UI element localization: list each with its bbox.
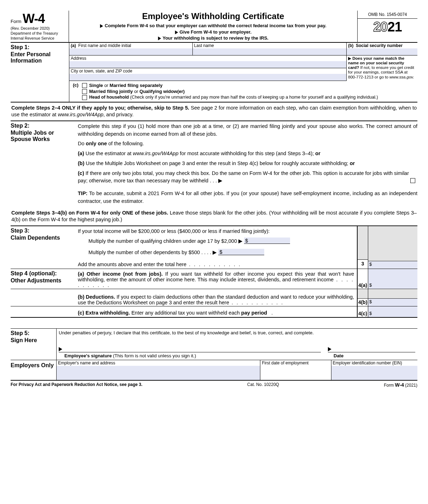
subtitle-2: Give Form W-4 to your employer. [180, 29, 251, 35]
employer-name-input[interactable] [57, 366, 260, 380]
signature-label: Employee's signature (This form is not v… [59, 352, 321, 358]
step1-sub: Enter Personal Information [11, 51, 67, 64]
employers-content: Employer's name and address First date o… [57, 360, 417, 380]
last-name-label: Last name [193, 43, 346, 48]
step-2-label: Step 2: Multiple Jobs or Spouse Works [11, 121, 78, 207]
dept-line-2: Internal Revenue Service [11, 36, 67, 40]
employers-label: Employers Only [11, 360, 57, 380]
step1-title: Step 1: [11, 44, 67, 51]
employer-name-label: Employer's name and address [57, 360, 260, 366]
children-amount-input[interactable] [244, 238, 290, 244]
first-name-label: First name and middle initial [78, 43, 131, 48]
step2-option-a: (a) Use the estimator at www.irs.gov/W4A… [78, 150, 417, 158]
instructions-2-4: Complete Steps 2–4 ONLY if they apply to… [11, 102, 417, 121]
two-jobs-checkbox[interactable] [410, 178, 415, 183]
step-2-content: Complete this step if you (1) hold more … [78, 121, 417, 207]
step4c-input[interactable]: $ [368, 306, 417, 317]
step-3-content: If your total income will be $200,000 or… [78, 226, 357, 269]
step5-sub: Sign Here [11, 337, 54, 344]
step4b-text: (b) Deductions. If you expect to claim d… [78, 289, 357, 306]
employers-row: Employers Only Employer's name and addre… [11, 360, 417, 381]
step-1-row: Step 1: Enter Personal Information (a) F… [11, 43, 417, 102]
step3-sub: Claim Dependents [11, 235, 76, 241]
step-4a-row: Step 4 (optional): Other Adjustments (a)… [11, 269, 417, 289]
step-3-label: Step 3: Claim Dependents [11, 226, 78, 269]
ein-input[interactable] [331, 366, 417, 380]
date-input[interactable] [328, 338, 415, 352]
first-name-input[interactable] [69, 48, 192, 55]
first-date-input[interactable] [260, 366, 331, 380]
subtitle-3: Your withholding is subject to review by… [162, 35, 268, 41]
step4a-amt-col: $ [368, 269, 417, 289]
filing-single-label: Single or Married filing separately [89, 83, 162, 88]
step4b-amt-col: $ [368, 289, 417, 306]
filing-single-checkbox[interactable] [82, 83, 87, 88]
step4c-amt-col: $ [368, 306, 417, 317]
city-input[interactable] [69, 74, 346, 81]
step-5-label: Step 5: Sign Here [11, 329, 57, 360]
omb-number: OMB No. 1545-0074 [358, 11, 417, 19]
filing-hoh-checkbox[interactable] [82, 95, 87, 100]
step4a-input[interactable]: $ [368, 269, 417, 289]
step4a-text: (a) Other income (not from jobs). If you… [78, 269, 357, 289]
step-5-row: Step 5: Sign Here Under penalties of per… [11, 328, 417, 360]
step-4-label: Step 4 (optional): Other Adjustments [11, 269, 78, 289]
name-match-note: ▶ Does your name match the name on your … [347, 55, 417, 80]
step2-sub: Multiple Jobs or Spouse Works [11, 130, 76, 143]
step2-title: Step 2: [11, 123, 76, 129]
header-center: Employee's Withholding Certificate ▶ Com… [69, 11, 357, 42]
step-3-row: Step 3: Claim Dependents If your total i… [11, 225, 417, 269]
step4b-input[interactable]: $ [368, 298, 417, 306]
footer-left: For Privacy Act and Paperwork Reduction … [11, 382, 143, 388]
footer-right: Form W-4 (2021) [384, 382, 417, 388]
address-input[interactable] [69, 61, 346, 68]
step3-line2: Multiply the number of other dependents … [88, 250, 217, 255]
step-1-content: (a) First name and middle initial Last n… [69, 43, 417, 102]
page-footer: For Privacy Act and Paperwork Reduction … [11, 381, 417, 388]
step-2-row: Step 2: Multiple Jobs or Spouse Works Co… [11, 121, 417, 207]
step-1-label: Step 1: Enter Personal Information [11, 43, 69, 102]
date-label: Date [334, 353, 343, 358]
ein-label: Employer identification number (EIN) [331, 360, 417, 366]
step3-intro: If your total income will be $200,000 or… [78, 228, 354, 234]
first-date-label: First date of employment [260, 360, 331, 366]
step-4c-row: (c) Extra withholding. Enter any additio… [11, 306, 417, 318]
step3-num-col: 3 [357, 226, 368, 269]
step-5-content: Under penalties of perjury, I declare th… [57, 329, 417, 360]
form-header: Form W-4 (Rev. December 2020) Department… [11, 11, 417, 43]
step2-tip: TIP: To be accurate, submit a 2021 Form … [78, 190, 417, 205]
step-4b-row: (b) Deductions. If you expect to claim d… [11, 289, 417, 306]
dependents-amount-input[interactable] [218, 249, 264, 255]
step5-title: Step 5: [11, 330, 54, 336]
filing-joint-checkbox[interactable] [82, 89, 87, 94]
step2-option-b: (b) Use the Multiple Jobs Worksheet on p… [78, 160, 417, 168]
instructions-3-4b: Complete Steps 3–4(b) on Form W-4 for on… [11, 207, 417, 225]
ssn-label: Social security number [356, 43, 403, 48]
ssn-input[interactable] [347, 48, 417, 55]
step2-option-c: (c) If there are only two jobs total, yo… [78, 170, 417, 185]
step3-total-input[interactable]: $ [368, 261, 417, 269]
perjury-statement: Under penalties of perjury, I declare th… [59, 330, 415, 335]
step3-line1: Multiply the number of qualifying childr… [88, 238, 243, 244]
step4a-num: 4(a) [357, 269, 368, 289]
signature-input[interactable] [59, 338, 321, 352]
tax-year: 2021 [358, 19, 417, 35]
form-number: W-4 [23, 11, 45, 26]
header-left: Form W-4 (Rev. December 2020) Department… [11, 11, 69, 42]
filing-hoh-label: Head of household (Check only if you're … [89, 95, 378, 100]
dept-line-1: Department of the Treasury [11, 31, 67, 35]
employers-title: Employers Only [11, 362, 54, 369]
date-arrow-icon [328, 347, 331, 351]
form-title: Employee's Withholding Certificate [71, 11, 355, 21]
form-w4-page: Form W-4 (Rev. December 2020) Department… [11, 11, 417, 388]
step2-intro: Complete this step if you (1) hold more … [78, 123, 417, 138]
step3-title: Step 3: [11, 228, 76, 234]
step4c-num: 4(c) [357, 306, 368, 317]
address-label: Address [69, 55, 346, 61]
step3-total: Add the amounts above and enter the tota… [78, 262, 186, 267]
header-right: OMB No. 1545-0074 2021 [357, 11, 417, 42]
last-name-input[interactable] [193, 48, 346, 55]
city-label: City or town, state, and ZIP code [69, 68, 346, 74]
form-word: Form [11, 19, 21, 24]
step4-sub: Other Adjustments [11, 277, 76, 284]
